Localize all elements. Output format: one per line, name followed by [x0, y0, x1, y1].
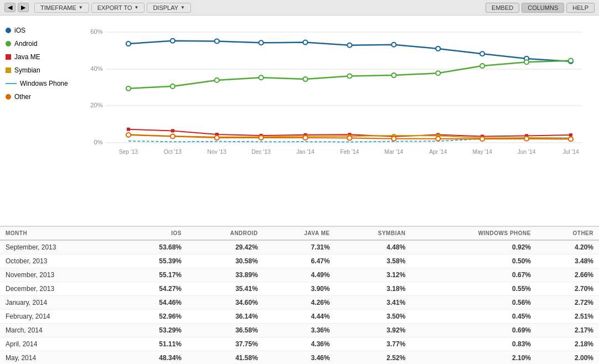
svg-text:20%: 20% [90, 102, 103, 108]
svg-text:Sep '13: Sep '13 [119, 149, 138, 155]
cell-value: 53.29% [121, 324, 187, 337]
cell-value: 4.26% [264, 296, 335, 310]
columns-button[interactable]: COLUMNS [521, 3, 564, 13]
svg-point-68 [347, 136, 352, 141]
cell-value: 2.72% [536, 296, 599, 310]
svg-point-69 [391, 137, 396, 141]
cell-value: 37.75% [187, 337, 264, 351]
cell-value: 6.47% [264, 254, 335, 268]
cell-month: October, 2013 [0, 254, 121, 268]
cell-value: 0.56% [411, 296, 536, 310]
cell-value: 54.46% [121, 296, 187, 310]
cell-value: 30.58% [187, 254, 264, 268]
svg-point-30 [126, 86, 131, 91]
nav-prev-button[interactable]: ◀ [4, 3, 16, 12]
svg-point-34 [303, 77, 307, 81]
svg-point-23 [303, 40, 307, 45]
cell-value: 34.60% [187, 296, 264, 310]
col-symbian: SYMBIAN [335, 227, 411, 241]
col-other: OTHER [536, 227, 599, 241]
cell-value: 0.50% [411, 254, 536, 268]
legend-item: Java ME [6, 53, 78, 61]
col-month: MONTH [0, 227, 121, 241]
svg-point-36 [391, 73, 396, 77]
table-row: April, 201451.11%37.75%4.36%3.77%0.83%2.… [0, 337, 599, 351]
svg-point-64 [171, 134, 175, 138]
svg-point-35 [347, 74, 352, 79]
cell-value: 2.00% [536, 351, 599, 365]
svg-point-33 [259, 75, 264, 80]
svg-point-40 [569, 59, 573, 63]
cell-value: 4.20% [536, 240, 599, 254]
legend-item: Other [6, 93, 78, 101]
embed-button[interactable]: EMBED [486, 3, 519, 13]
svg-rect-51 [569, 133, 572, 137]
svg-point-25 [391, 43, 396, 47]
cell-value: 2.70% [536, 282, 599, 296]
legend-label: Symbian [14, 66, 40, 74]
export-button[interactable]: EXPORT TO ▼ [91, 3, 145, 13]
cell-value: 2.10% [411, 351, 536, 365]
svg-point-70 [436, 137, 440, 141]
cell-value: 3.48% [536, 254, 599, 268]
cell-value: 2.66% [536, 268, 599, 282]
cell-value: 48.34% [121, 351, 187, 365]
svg-text:Oct '13: Oct '13 [164, 149, 182, 155]
svg-point-67 [303, 136, 307, 140]
svg-point-72 [524, 137, 529, 141]
nav-next-button[interactable]: ▶ [18, 3, 29, 12]
cell-value: 0.45% [411, 310, 536, 324]
chart-container: 60% 40% 20% 0% Sep '13 Oct '13 Nov '13 D… [83, 15, 599, 226]
svg-point-31 [171, 84, 175, 89]
svg-rect-41 [127, 128, 130, 131]
svg-text:Dec '13: Dec '13 [251, 149, 271, 155]
cell-value: 55.17% [121, 268, 187, 282]
svg-point-21 [215, 39, 219, 43]
svg-text:0%: 0% [94, 139, 103, 145]
toolbar: ◀ ▶ TIMEFRAME ▼ EXPORT TO ▼ DISPLAY ▼ EM… [0, 0, 599, 15]
svg-text:Feb '14: Feb '14 [340, 149, 359, 155]
cell-value: 2.18% [536, 337, 599, 351]
cell-month: March, 2014 [0, 324, 121, 337]
timeframe-button[interactable]: TIMEFRAME ▼ [34, 3, 89, 13]
cell-month: November, 2013 [0, 268, 121, 282]
timeframe-arrow-icon: ▼ [79, 5, 83, 10]
table-row: February, 201452.96%36.14%4.44%3.50%0.45… [0, 310, 599, 324]
table-header: MONTH IOS ANDROID JAVA ME SYMBIAN WINDOW… [0, 227, 599, 241]
legend-label: iOS [14, 27, 25, 34]
display-button[interactable]: DISPLAY ▼ [147, 3, 191, 13]
cell-value: 41.58% [187, 351, 264, 365]
svg-text:Apr '14: Apr '14 [429, 149, 447, 155]
cell-value: 3.46% [264, 351, 335, 365]
cell-value: 0.67% [411, 268, 536, 282]
table-row: September, 201353.68%29.42%7.31%4.48%0.9… [0, 240, 599, 254]
svg-point-66 [259, 136, 264, 140]
nav-buttons: ◀ ▶ [4, 3, 29, 12]
cell-value: 55.39% [121, 254, 187, 268]
svg-point-26 [436, 46, 440, 51]
svg-text:Mar '14: Mar '14 [384, 149, 403, 155]
cell-value: 4.36% [264, 337, 335, 351]
cell-month: April, 2014 [0, 337, 121, 351]
cell-value: 3.41% [335, 296, 411, 310]
svg-point-27 [480, 51, 484, 56]
cell-value: 3.50% [335, 310, 411, 324]
cell-value: 33.89% [187, 268, 264, 282]
cell-value: 3.18% [335, 282, 411, 296]
svg-text:Jul '14: Jul '14 [562, 149, 579, 155]
cell-value: 0.83% [411, 337, 536, 351]
cell-value: 3.92% [335, 324, 411, 337]
cell-value: 53.68% [121, 240, 187, 254]
cell-value: 3.58% [335, 254, 411, 268]
cell-value: 54.27% [121, 282, 187, 296]
cell-value: 4.44% [264, 310, 335, 324]
cell-value: 3.12% [335, 268, 411, 282]
svg-text:Jun '14: Jun '14 [518, 149, 536, 155]
cell-value: 0.55% [411, 282, 536, 296]
col-ios: IOS [121, 227, 187, 241]
export-arrow-icon: ▼ [134, 5, 138, 10]
legend-item: iOS [6, 27, 78, 34]
help-button[interactable]: HELP [566, 3, 595, 13]
cell-value: 3.36% [264, 324, 335, 337]
cell-month: February, 2014 [0, 310, 121, 324]
